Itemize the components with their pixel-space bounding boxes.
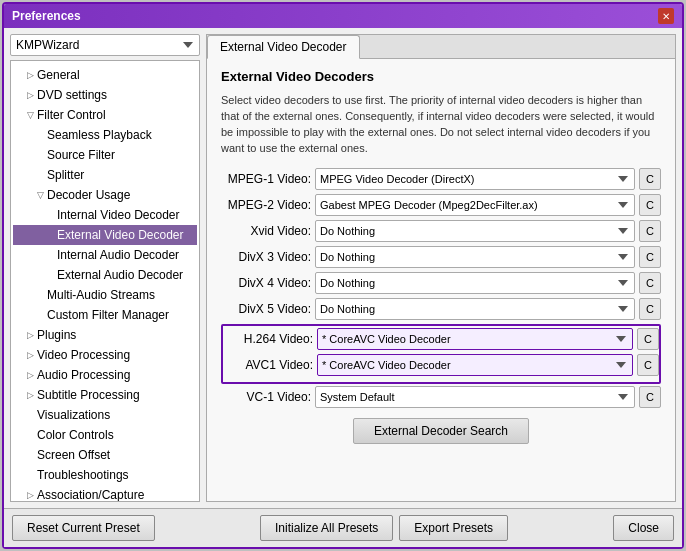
close-window-button[interactable]: ✕ bbox=[658, 8, 674, 24]
tree-item-association-capture[interactable]: ▷Association/Capture bbox=[13, 485, 197, 502]
decoder-select-4[interactable]: Do NothingSystem Default bbox=[315, 272, 635, 294]
tree-item-external-video-decoder[interactable]: External Video Decoder bbox=[13, 225, 197, 245]
tree-item-color-controls[interactable]: Color Controls bbox=[13, 425, 197, 445]
reset-preset-button[interactable]: Reset Current Preset bbox=[12, 515, 155, 541]
tree-label-seamless-playback: Seamless Playback bbox=[47, 126, 152, 144]
tree-item-audio-processing[interactable]: ▷Audio Processing bbox=[13, 365, 197, 385]
tab-bar: External Video Decoder bbox=[207, 35, 675, 59]
tree-label-source-filter: Source Filter bbox=[47, 146, 115, 164]
export-presets-button[interactable]: Export Presets bbox=[399, 515, 508, 541]
tree-label-dvd-settings: DVD settings bbox=[37, 86, 107, 104]
decoder-select-5[interactable]: Do NothingSystem Default bbox=[315, 298, 635, 320]
decoder-label-1: MPEG-2 Video: bbox=[221, 198, 311, 212]
c-button-0[interactable]: C bbox=[639, 168, 661, 190]
c-button-3[interactable]: C bbox=[639, 246, 661, 268]
profile-select[interactable]: KMPWizard bbox=[10, 34, 200, 56]
tree-arrow-subtitle-processing: ▷ bbox=[27, 386, 37, 404]
decoder-select-0[interactable]: MPEG Video Decoder (DirectX)Do NothingSy… bbox=[315, 168, 635, 190]
tree-label-filter-control: Filter Control bbox=[37, 106, 106, 124]
section-title: External Video Decoders bbox=[221, 69, 661, 84]
tree-label-plugins: Plugins bbox=[37, 326, 76, 344]
decoder-select-3[interactable]: Do NothingSystem Default bbox=[315, 246, 635, 268]
decoder-label-6: H.264 Video: bbox=[223, 332, 313, 346]
tree-label-internal-video-decoder: Internal Video Decoder bbox=[57, 206, 180, 224]
title-bar: Preferences ✕ bbox=[4, 4, 682, 28]
tree-label-audio-processing: Audio Processing bbox=[37, 366, 130, 384]
tree-label-subtitle-processing: Subtitle Processing bbox=[37, 386, 140, 404]
external-decoder-search-button[interactable]: External Decoder Search bbox=[353, 418, 529, 444]
tree-item-general[interactable]: ▷General bbox=[13, 65, 197, 85]
c-button-8[interactable]: C bbox=[639, 386, 661, 408]
window-title: Preferences bbox=[12, 9, 81, 23]
main-content: KMPWizard ▷General▷DVD settings▽Filter C… bbox=[4, 28, 682, 508]
right-panel: External Video Decoder External Video De… bbox=[206, 34, 676, 502]
tree-item-seamless-playback[interactable]: Seamless Playback bbox=[13, 125, 197, 145]
tree-label-screen-offset: Screen Offset bbox=[37, 446, 110, 464]
decoder-row-5: DivX 5 Video:Do NothingSystem DefaultC bbox=[221, 298, 661, 320]
decoder-row-2: Xvid Video:Do NothingSystem DefaultC bbox=[221, 220, 661, 242]
initialize-presets-button[interactable]: Initialize All Presets bbox=[260, 515, 393, 541]
decoder-label-3: DivX 3 Video: bbox=[221, 250, 311, 264]
tree-view: ▷General▷DVD settings▽Filter ControlSeam… bbox=[10, 60, 200, 502]
tree-label-general: General bbox=[37, 66, 80, 84]
tree-arrow-general: ▷ bbox=[27, 66, 37, 84]
tree-label-splitter: Splitter bbox=[47, 166, 84, 184]
highlighted-decoders-section: H.264 Video:* CoreAVC Video DecoderDo No… bbox=[221, 324, 661, 384]
decoder-row-4: DivX 4 Video:Do NothingSystem DefaultC bbox=[221, 272, 661, 294]
decoder-row-8: VC-1 Video:System DefaultDo NothingC bbox=[221, 386, 661, 408]
tree-label-external-audio-decoder: External Audio Decoder bbox=[57, 266, 183, 284]
tree-item-filter-control[interactable]: ▽Filter Control bbox=[13, 105, 197, 125]
decoder-select-6[interactable]: * CoreAVC Video DecoderDo NothingSystem … bbox=[317, 328, 633, 350]
tree-arrow-dvd-settings: ▷ bbox=[27, 86, 37, 104]
tab-content: External Video Decoders Select video dec… bbox=[207, 59, 675, 501]
decoder-select-8[interactable]: System DefaultDo Nothing bbox=[315, 386, 635, 408]
close-button[interactable]: Close bbox=[613, 515, 674, 541]
decoder-label-4: DivX 4 Video: bbox=[221, 276, 311, 290]
tree-item-custom-filter-manager[interactable]: Custom Filter Manager bbox=[13, 305, 197, 325]
tree-item-internal-video-decoder[interactable]: Internal Video Decoder bbox=[13, 205, 197, 225]
c-button-2[interactable]: C bbox=[639, 220, 661, 242]
tree-item-source-filter[interactable]: Source Filter bbox=[13, 145, 197, 165]
tree-item-decoder-usage[interactable]: ▽Decoder Usage bbox=[13, 185, 197, 205]
tree-arrow-plugins: ▷ bbox=[27, 326, 37, 344]
tree-label-multi-audio-streams: Multi-Audio Streams bbox=[47, 286, 155, 304]
decoder-label-8: VC-1 Video: bbox=[221, 390, 311, 404]
decoder-select-1[interactable]: Gabest MPEG Decoder (Mpeg2DecFilter.ax)D… bbox=[315, 194, 635, 216]
decoder-rows: MPEG-1 Video:MPEG Video Decoder (DirectX… bbox=[221, 168, 661, 408]
bottom-bar: Reset Current Preset Initialize All Pres… bbox=[4, 508, 682, 547]
c-button-7[interactable]: C bbox=[637, 354, 659, 376]
tree-label-custom-filter-manager: Custom Filter Manager bbox=[47, 306, 169, 324]
c-button-1[interactable]: C bbox=[639, 194, 661, 216]
tree-item-multi-audio-streams[interactable]: Multi-Audio Streams bbox=[13, 285, 197, 305]
tree-item-internal-audio-decoder[interactable]: Internal Audio Decoder bbox=[13, 245, 197, 265]
tree-label-video-processing: Video Processing bbox=[37, 346, 130, 364]
decoder-select-2[interactable]: Do NothingSystem Default bbox=[315, 220, 635, 242]
tree-label-internal-audio-decoder: Internal Audio Decoder bbox=[57, 246, 179, 264]
tree-item-subtitle-processing[interactable]: ▷Subtitle Processing bbox=[13, 385, 197, 405]
tree-label-association-capture: Association/Capture bbox=[37, 486, 144, 502]
tree-item-splitter[interactable]: Splitter bbox=[13, 165, 197, 185]
tree-label-decoder-usage: Decoder Usage bbox=[47, 186, 130, 204]
decoder-label-7: AVC1 Video: bbox=[223, 358, 313, 372]
c-button-6[interactable]: C bbox=[637, 328, 659, 350]
tree-item-screen-offset[interactable]: Screen Offset bbox=[13, 445, 197, 465]
decoder-row-1: MPEG-2 Video:Gabest MPEG Decoder (Mpeg2D… bbox=[221, 194, 661, 216]
tree-item-troubleshootings[interactable]: Troubleshootings bbox=[13, 465, 197, 485]
decoder-row-7: AVC1 Video:* CoreAVC Video DecoderDo Not… bbox=[223, 354, 659, 376]
bottom-right-buttons: Initialize All Presets Export Presets bbox=[260, 515, 508, 541]
tree-item-dvd-settings[interactable]: ▷DVD settings bbox=[13, 85, 197, 105]
tree-item-visualizations[interactable]: Visualizations bbox=[13, 405, 197, 425]
c-button-5[interactable]: C bbox=[639, 298, 661, 320]
tree-item-plugins[interactable]: ▷Plugins bbox=[13, 325, 197, 345]
decoder-row-6: H.264 Video:* CoreAVC Video DecoderDo No… bbox=[223, 328, 659, 350]
tree-label-visualizations: Visualizations bbox=[37, 406, 110, 424]
decoder-select-7[interactable]: * CoreAVC Video DecoderDo NothingSystem … bbox=[317, 354, 633, 376]
tab-external-video-decoder[interactable]: External Video Decoder bbox=[207, 35, 360, 59]
tree-item-external-audio-decoder[interactable]: External Audio Decoder bbox=[13, 265, 197, 285]
decoder-label-2: Xvid Video: bbox=[221, 224, 311, 238]
decoder-row-3: DivX 3 Video:Do NothingSystem DefaultC bbox=[221, 246, 661, 268]
c-button-4[interactable]: C bbox=[639, 272, 661, 294]
tree-label-color-controls: Color Controls bbox=[37, 426, 114, 444]
tree-label-troubleshootings: Troubleshootings bbox=[37, 466, 129, 484]
tree-item-video-processing[interactable]: ▷Video Processing bbox=[13, 345, 197, 365]
